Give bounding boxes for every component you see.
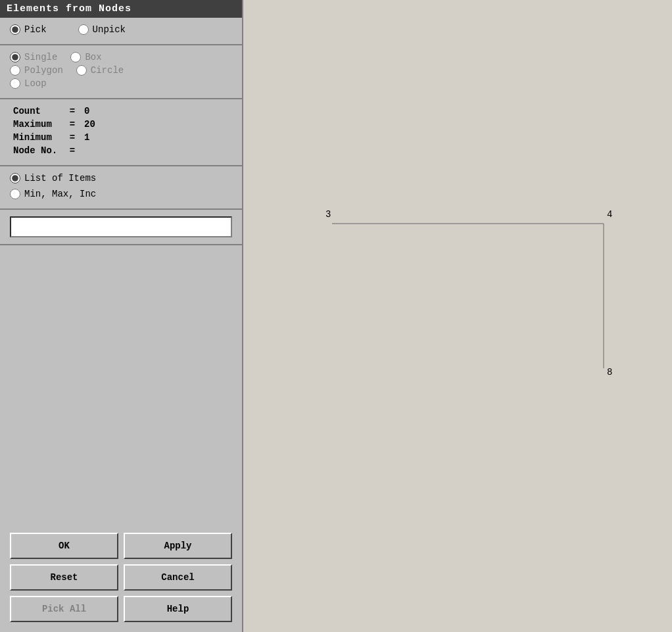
pick-radio[interactable] bbox=[10, 24, 20, 35]
ok-label: OK bbox=[59, 541, 70, 551]
maximum-row: Maximum = 20 bbox=[13, 119, 229, 130]
single-radio[interactable] bbox=[10, 52, 20, 62]
count-label: Count bbox=[13, 106, 66, 116]
count-eq: = bbox=[66, 106, 79, 116]
spacer bbox=[0, 245, 242, 523]
minimum-label: Minimum bbox=[13, 132, 66, 143]
nodeno-label: Node No. bbox=[13, 145, 66, 156]
polygon-radio-item[interactable]: Polygon bbox=[10, 65, 63, 76]
list-items-radio[interactable] bbox=[10, 173, 20, 183]
polygon-circle-row: Polygon Circle bbox=[10, 65, 232, 76]
min-max-radio-item[interactable]: Min, Max, Inc bbox=[10, 189, 96, 199]
unpick-radio[interactable] bbox=[78, 24, 89, 35]
panel-title-text: Elements from Nodes bbox=[7, 3, 132, 14]
panel-title: Elements from Nodes bbox=[0, 0, 242, 18]
single-box-row: Single Box bbox=[10, 52, 232, 62]
polygon-radio[interactable] bbox=[10, 65, 20, 76]
help-label: Help bbox=[167, 604, 189, 614]
list-items-row: List of Items bbox=[10, 173, 232, 183]
list-items-radio-item[interactable]: List of Items bbox=[10, 173, 96, 183]
box-radio-item[interactable]: Box bbox=[70, 52, 101, 62]
node-label-3: 3 bbox=[325, 209, 331, 220]
count-value: 0 bbox=[84, 106, 89, 116]
pick-all-label: Pick All bbox=[42, 604, 86, 614]
minimum-row: Minimum = 1 bbox=[13, 132, 229, 143]
pick-radio-item[interactable]: Pick bbox=[10, 24, 47, 35]
input-section bbox=[0, 210, 242, 245]
maximum-eq: = bbox=[66, 119, 79, 130]
right-canvas: 3 4 8 bbox=[243, 0, 672, 632]
nodeno-row: Node No. = bbox=[13, 145, 229, 156]
min-max-row: Min, Max, Inc bbox=[10, 189, 232, 199]
count-row: Count = 0 bbox=[13, 106, 229, 116]
pick-unpick-row: Pick Unpick bbox=[10, 24, 232, 35]
single-radio-item[interactable]: Single bbox=[10, 52, 57, 62]
node-label-4: 4 bbox=[607, 209, 612, 220]
single-label: Single bbox=[24, 52, 57, 62]
cancel-label: Cancel bbox=[161, 572, 194, 583]
reset-button[interactable]: Reset bbox=[10, 564, 118, 591]
item-input[interactable] bbox=[10, 216, 232, 237]
loop-label: Loop bbox=[24, 78, 47, 89]
reset-label: Reset bbox=[50, 572, 78, 583]
box-radio[interactable] bbox=[70, 52, 81, 62]
unpick-radio-item[interactable]: Unpick bbox=[78, 24, 126, 35]
pick-all-button: Pick All bbox=[10, 596, 118, 622]
loop-radio-item[interactable]: Loop bbox=[10, 78, 47, 89]
loop-row: Loop bbox=[10, 78, 232, 89]
nodeno-eq: = bbox=[66, 145, 79, 156]
canvas-svg bbox=[243, 0, 672, 632]
stats-section: Count = 0 Maximum = 20 Minimum = 1 Node … bbox=[0, 99, 242, 166]
apply-button[interactable]: Apply bbox=[124, 533, 232, 559]
buttons-section: OK Apply Reset Cancel Pick All Help bbox=[0, 523, 242, 632]
minimum-eq: = bbox=[66, 132, 79, 143]
help-button[interactable]: Help bbox=[124, 596, 232, 622]
min-max-radio[interactable] bbox=[10, 189, 20, 199]
loop-radio[interactable] bbox=[10, 78, 20, 89]
maximum-value: 20 bbox=[84, 119, 95, 130]
box-label: Box bbox=[85, 52, 101, 62]
circle-radio[interactable] bbox=[76, 65, 87, 76]
pick-label: Pick bbox=[24, 24, 47, 35]
maximum-label: Maximum bbox=[13, 119, 66, 130]
list-items-label: List of Items bbox=[24, 173, 96, 183]
unpick-label: Unpick bbox=[93, 24, 126, 35]
button-grid: OK Apply Reset Cancel Pick All Help bbox=[10, 533, 232, 622]
cancel-button[interactable]: Cancel bbox=[124, 564, 232, 591]
polygon-label: Polygon bbox=[24, 65, 63, 76]
selection-mode-section: Single Box Polygon Circle Loop bbox=[0, 45, 242, 99]
ok-button[interactable]: OK bbox=[10, 533, 118, 559]
min-max-label: Min, Max, Inc bbox=[24, 189, 96, 199]
pick-unpick-section: Pick Unpick bbox=[0, 18, 242, 45]
list-options-section: List of Items Min, Max, Inc bbox=[0, 166, 242, 210]
left-panel: Elements from Nodes Pick Unpick Single B… bbox=[0, 0, 243, 632]
minimum-value: 1 bbox=[84, 132, 89, 143]
node-label-8: 8 bbox=[607, 367, 612, 377]
circle-radio-item[interactable]: Circle bbox=[76, 65, 124, 76]
circle-label: Circle bbox=[91, 65, 124, 76]
apply-label: Apply bbox=[164, 541, 191, 551]
